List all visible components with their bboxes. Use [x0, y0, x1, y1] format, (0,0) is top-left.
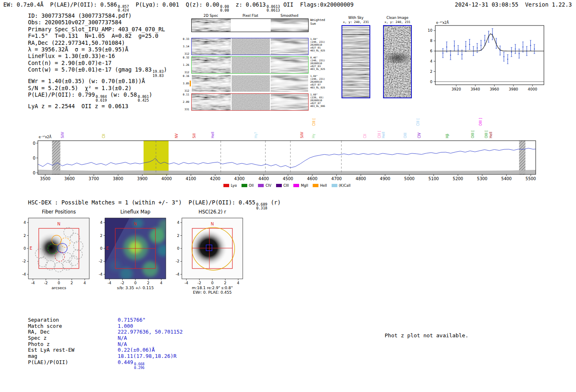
match-field-label: Est LyA rest-EW: [28, 347, 118, 353]
svg-text:6: 6: [430, 49, 432, 53]
match-field-value: N/A: [118, 341, 127, 347]
svg-text:3960: 3960: [490, 87, 499, 91]
info-line: EWr = 1.40(±0.35) (w: 0.70(±0.18))Å: [28, 78, 167, 84]
spec2d-row: [191, 19, 309, 32]
spec2d-row: [191, 75, 309, 92]
svg-text:4: 4: [237, 281, 239, 285]
legend-item: Lyα: [223, 183, 237, 188]
info-line: Obs: 20200510v027_3007737584: [28, 19, 167, 26]
spec2d-cell: [271, 75, 308, 92]
spec2d-row-annotation: 1.04"(240, 231)20200510v027_07403_RL_025: [310, 75, 332, 89]
spec2d-cell: [232, 75, 270, 92]
match-field-label: Separation: [28, 317, 118, 323]
svg-text:3500: 3500: [40, 176, 50, 181]
svg-text:4200: 4200: [210, 176, 220, 181]
lineflux-map-title: Lineflux Map: [98, 209, 172, 215]
svg-text:4000: 4000: [161, 176, 172, 181]
legend-item: HeII: [313, 183, 327, 188]
legend-item: (K)CaII: [332, 183, 351, 188]
svg-text:4100: 4100: [186, 176, 196, 181]
svg-text:4: 4: [160, 281, 163, 285]
info-line: Primary Spec_Slot_IFU_AMP: 403_074_070_R…: [28, 26, 167, 32]
svg-text:0: 0: [134, 281, 137, 285]
svg-text:0: 0: [177, 246, 179, 251]
svg-text:-4: -4: [108, 281, 111, 285]
spectrum-trace: [271, 38, 308, 55]
stacked-fraction: 0.6680.296: [134, 362, 145, 370]
stacked-fraction: 0.06130.0613: [267, 5, 280, 13]
svg-text:5200: 5200: [453, 176, 463, 181]
catalog-match-table: Separation0.715766"Match score1.000RA, D…: [28, 317, 183, 365]
match-field-value: N/A: [118, 335, 127, 341]
match-field-label: Photo z: [28, 341, 118, 347]
spectrum-trace: [271, 75, 308, 92]
spec2d-row-scale-labels: 0.163.05312: [181, 75, 190, 92]
svg-text:8: 8: [430, 39, 432, 43]
legend-label: CIII: [283, 183, 289, 188]
spectrum-trace: [271, 94, 308, 110]
match-row: Match score1.000: [28, 323, 183, 329]
emission-line-label: SiII: [193, 133, 196, 138]
info-line: S/N = 5.2(±0.5) χ² = 1.3(±0.2): [28, 85, 167, 91]
emission-line-label: CIV: [418, 132, 421, 138]
spec2d-row-annotation: 1.04"(240, 231)20200510v027_01403_RL_025: [310, 38, 332, 52]
legend-swatch: [223, 184, 229, 187]
legend-label: (K)CaII: [339, 183, 351, 188]
svg-text:e⁻¹⁷x2Å: e⁻¹⁷x2Å: [39, 135, 51, 139]
hsc-image-title: HSC(26.2) r: [175, 209, 249, 215]
svg-text:10: 10: [428, 28, 433, 32]
svg-text:s/b: 3.35 +/- 0.115: s/b: 3.35 +/- 0.115: [117, 285, 153, 290]
emission-line-label: OIII ]: [479, 118, 483, 126]
stacked-fraction: 0.8610.425: [138, 95, 149, 103]
svg-text:0: 0: [211, 281, 214, 285]
spectrum-trace: [192, 38, 231, 55]
detection-info-block: ID: 3007737584 (3007737584.pdf)Obs: 2020…: [28, 12, 167, 109]
match-field-value: 0.22(±0.06)Å: [118, 347, 155, 353]
spectrum-trace: [271, 57, 308, 73]
clean-image-coords: x, y: 240, 231: [382, 20, 413, 24]
compass-north-label: N: [211, 222, 214, 226]
photz-note: Phot z plot not available.: [385, 332, 469, 339]
match-field-label: mag: [28, 353, 118, 359]
spectrum-legend: LyαOIICIVCIIIMgIIHeII(K)CaII: [33, 183, 541, 188]
svg-text:-2: -2: [44, 281, 48, 285]
match-field-label: P(LAE)/P(OII): [28, 359, 118, 365]
svg-text:4700: 4700: [331, 176, 341, 181]
svg-text:-4: -4: [185, 281, 188, 285]
emission-line-label: HeII: [211, 132, 215, 138]
spec2d-cell: [232, 19, 270, 32]
svg-text:4300: 4300: [234, 176, 244, 181]
info-line: LineFlux = 1.30(±0.33)e-16: [28, 53, 167, 59]
svg-text:3940: 3940: [471, 87, 480, 91]
compass-east-label: E: [106, 246, 109, 251]
spec2d-row-annotation: 1.60"(239, 65)20200510v027_07403_RL_006: [310, 93, 332, 107]
spec2d-cell: [271, 57, 308, 73]
legend-swatch: [332, 184, 337, 187]
emission-line-label: Hβ: [446, 134, 449, 138]
clean-image-title: Clean Image: [382, 16, 413, 20]
svg-text:5500: 5500: [525, 176, 536, 181]
info-line: RA,Dec (222.977341,50.701084): [28, 39, 167, 46]
match-field-value: 18.11(17.98,18.26)R: [118, 353, 177, 359]
spec2d-row: [191, 93, 309, 111]
match-field-label: Match score: [28, 323, 118, 329]
emission-line-label: OIII: [404, 133, 407, 138]
spec2d-cell: [271, 94, 308, 110]
svg-text:arcsecs: arcsecs: [51, 285, 66, 290]
svg-text:2: 2: [100, 234, 102, 238]
svg-text:5100: 5100: [428, 176, 439, 181]
emission-line-label: NV: [175, 133, 179, 138]
svg-text:2: 2: [430, 70, 432, 74]
svg-text:4500: 4500: [283, 176, 293, 181]
spec2d-cell: [271, 19, 308, 32]
svg-text:4000: 4000: [528, 87, 537, 91]
spectrum-trace: [192, 19, 231, 32]
svg-text:4400: 4400: [258, 176, 269, 181]
spec2d-row-annotation: 0.46"(240, 231)20200510v027_03403_RL_025: [310, 56, 332, 70]
spec2d-row-annotation: WeightedSum: [310, 19, 332, 26]
spec2d-column-header: Smoothed: [270, 14, 309, 18]
svg-text:0: 0: [23, 246, 26, 251]
match-row: Separation0.715766": [28, 317, 183, 323]
svg-text:-4: -4: [31, 281, 35, 285]
clean-image: [383, 25, 412, 98]
